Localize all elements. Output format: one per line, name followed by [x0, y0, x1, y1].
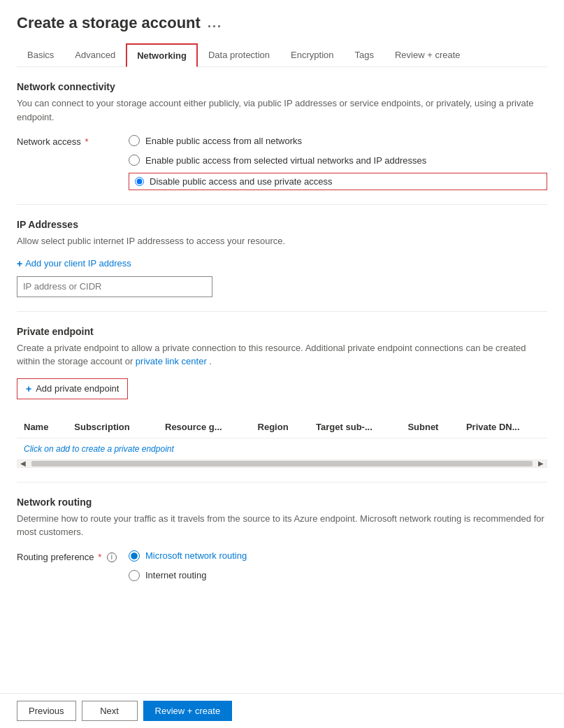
tab-tags[interactable]: Tags — [345, 43, 384, 67]
routing-required-marker: * — [98, 552, 101, 562]
divider-3 — [17, 482, 547, 483]
tab-advanced[interactable]: Advanced — [64, 43, 126, 67]
col-name: Name — [17, 416, 67, 438]
tab-data-protection[interactable]: Data protection — [198, 43, 280, 67]
footer: Previous Next Review + create — [0, 693, 564, 728]
ip-addresses-section: IP Addresses Allow select public interne… — [17, 219, 547, 297]
network-connectivity-title: Network connectivity — [17, 81, 547, 92]
add-private-endpoint-label: Add private endpoint — [36, 383, 119, 394]
network-access-label: Network access * — [17, 134, 129, 147]
routing-preference-label: Routing preference * i — [17, 549, 129, 563]
routing-option-2-label: Internet routing — [145, 570, 206, 580]
network-connectivity-section: Network connectivity You can connect to … — [17, 81, 547, 190]
col-target-sub: Target sub-... — [309, 416, 400, 438]
private-endpoint-desc: Create a private endpoint to allow a pri… — [17, 341, 547, 369]
page-title-dots: ... — [208, 16, 222, 31]
add-client-ip-link[interactable]: + Add your client IP address — [17, 258, 131, 269]
scrollbar-track[interactable] — [31, 461, 533, 466]
routing-preference-row: Routing preference * i Microsoft network… — [17, 549, 547, 583]
add-private-endpoint-button[interactable]: + Add private endpoint — [17, 378, 128, 399]
private-endpoint-section: Private endpoint Create a private endpoi… — [17, 326, 547, 468]
routing-option-2-radio[interactable] — [129, 570, 140, 581]
tab-basics[interactable]: Basics — [17, 43, 64, 67]
network-option-1-label: Enable public access from all networks — [145, 136, 302, 146]
divider-1 — [17, 204, 547, 205]
next-button[interactable]: Next — [82, 701, 138, 721]
ip-addresses-title: IP Addresses — [17, 219, 547, 230]
routing-option-1-radio[interactable] — [129, 550, 140, 562]
tab-encryption[interactable]: Encryption — [280, 43, 344, 67]
required-marker: * — [85, 136, 88, 147]
table-header-row: Name Subscription Resource g... Region T… — [17, 416, 547, 438]
private-endpoint-table: Name Subscription Resource g... Region T… — [17, 416, 547, 438]
plus-icon: + — [17, 258, 22, 269]
tab-navigation: Basics Advanced Networking Data protecti… — [17, 43, 547, 67]
col-private-dns: Private DN... — [459, 416, 547, 438]
private-endpoint-table-container: Name Subscription Resource g... Region T… — [17, 416, 547, 468]
network-option-2-label: Enable public access from selected virtu… — [145, 155, 426, 166]
table-empty-message: Click on add to create a private endpoin… — [17, 438, 547, 459]
network-option-3-radio[interactable] — [135, 177, 144, 186]
col-region: Region — [251, 416, 310, 438]
network-option-1[interactable]: Enable public access from all networks — [129, 134, 547, 148]
review-create-button[interactable]: Review + create — [143, 701, 233, 721]
network-connectivity-desc: You can connect to your storage account … — [17, 97, 547, 124]
page-title: Create a storage account — [17, 14, 201, 32]
routing-option-2[interactable]: Internet routing — [129, 569, 547, 583]
col-resource-group: Resource g... — [158, 416, 251, 438]
private-link-center-link[interactable]: private link center — [136, 356, 207, 366]
table-scrollbar[interactable]: ◀ ▶ — [17, 459, 547, 468]
add-client-ip-label: Add your client IP address — [25, 258, 131, 269]
network-routing-title: Network routing — [17, 497, 547, 508]
divider-2 — [17, 311, 547, 312]
col-subnet: Subnet — [400, 416, 459, 438]
network-access-options: Enable public access from all networks E… — [129, 134, 547, 190]
routing-option-1-label: Microsoft network routing — [145, 550, 247, 561]
network-option-3-label: Disable public access and use private ac… — [150, 176, 333, 187]
network-option-2[interactable]: Enable public access from selected virtu… — [129, 153, 547, 167]
network-option-1-radio[interactable] — [129, 135, 140, 146]
tab-networking[interactable]: Networking — [126, 43, 198, 67]
scroll-right-arrow[interactable]: ▶ — [535, 459, 547, 467]
tab-review-create[interactable]: Review + create — [384, 43, 471, 67]
network-routing-section: Network routing Determine how to route y… — [17, 497, 547, 583]
routing-option-1[interactable]: Microsoft network routing — [129, 549, 547, 563]
ip-cidr-input[interactable] — [17, 276, 212, 297]
network-option-3-box[interactable]: Disable public access and use private ac… — [129, 173, 547, 190]
network-option-2-radio[interactable] — [129, 155, 140, 166]
scroll-left-arrow[interactable]: ◀ — [17, 459, 29, 467]
private-endpoint-title: Private endpoint — [17, 326, 547, 337]
network-access-row: Network access * Enable public access fr… — [17, 134, 547, 190]
col-subscription: Subscription — [67, 416, 158, 438]
network-routing-desc: Determine how to route your traffic as i… — [17, 512, 547, 539]
routing-options: Microsoft network routing Internet routi… — [129, 549, 547, 583]
page-title-container: Create a storage account ... — [17, 14, 547, 32]
add-endpoint-plus-icon: + — [26, 383, 31, 394]
previous-button[interactable]: Previous — [17, 701, 76, 721]
ip-addresses-desc: Allow select public internet IP addresse… — [17, 234, 547, 248]
routing-info-icon[interactable]: i — [107, 552, 117, 562]
